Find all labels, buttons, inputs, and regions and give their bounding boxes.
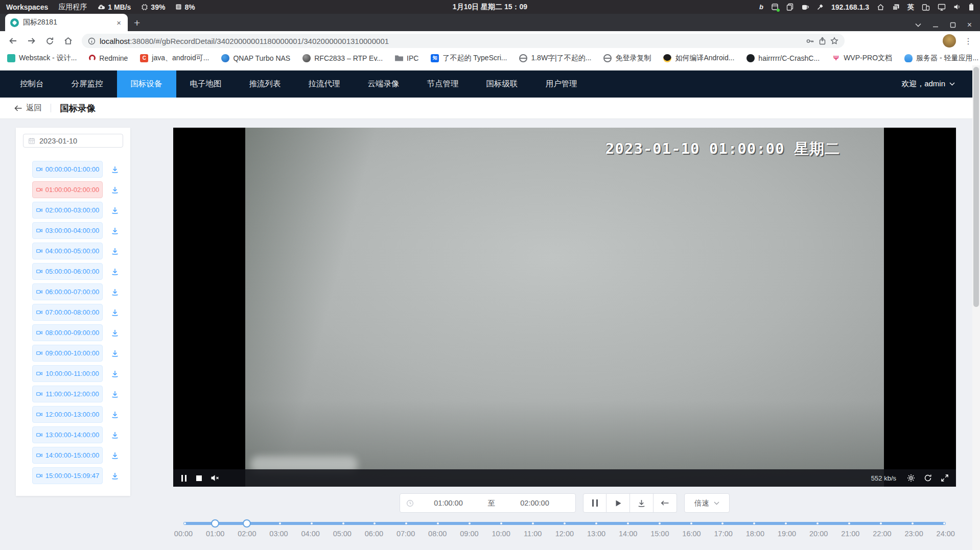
browser-forward-button[interactable] (24, 33, 39, 49)
bookmark-item[interactable]: 免登录复制 (603, 54, 651, 63)
segment-download-button[interactable] (111, 472, 119, 480)
clock[interactable]: 1月10日 星期二 15：09 (453, 3, 527, 12)
segment-download-button[interactable] (111, 370, 119, 378)
window-maximize-button[interactable] (950, 22, 956, 28)
segment-chip[interactable]: 09:00:00-10:00:00 (32, 345, 103, 362)
bookmark-item[interactable]: Ψ WVP-PRO文档 (832, 54, 892, 63)
bookmark-item[interactable]: C java、android可... (140, 54, 209, 63)
segment-chip[interactable]: 04:00:00-05:00:00 (32, 243, 103, 259)
browser-menu-button[interactable]: ⋮ (962, 36, 975, 46)
video-player[interactable]: 2023-01-10 01:00:00 星期二 552 kb/s (173, 128, 956, 487)
player-mute-button[interactable] (211, 474, 220, 482)
scrollbar-thumb[interactable] (973, 67, 979, 307)
nav-tab[interactable]: 用户管理 (532, 70, 591, 98)
site-info-icon[interactable] (88, 37, 96, 45)
bookmark-item[interactable]: 如何编译Android... (663, 54, 734, 63)
bookmark-item[interactable]: RFC2833 – RTP Ev... (302, 54, 383, 62)
address-bar[interactable]: localhost:38080/#/gbRecordDetail/3402000… (82, 34, 845, 48)
segment-download-button[interactable] (111, 431, 119, 439)
phone-link-tray-icon[interactable] (922, 4, 930, 11)
page-scrollbar[interactable] (972, 65, 980, 550)
windows-tray-icon[interactable] (892, 4, 900, 11)
bookmark-item[interactable]: Webstack - 设计... (7, 54, 77, 63)
time-range-input[interactable]: 01:00:00 至 02:00:00 (400, 493, 576, 513)
tab-search-chevron-icon[interactable] (915, 23, 921, 27)
nav-tab[interactable]: 电子地图 (176, 70, 236, 98)
seek-back-button[interactable] (654, 493, 677, 513)
date-picker[interactable]: 2023-01-10 (23, 134, 123, 148)
home-tray-icon[interactable] (877, 4, 884, 11)
timeline-slider[interactable]: 00:0001:0002:0003:0004:0005:0006:0007:00… (173, 522, 956, 538)
nav-tab[interactable]: 节点管理 (413, 70, 473, 98)
playback-speed-button[interactable]: 倍速 (684, 493, 730, 513)
display-tray-icon[interactable] (938, 4, 946, 11)
play-button[interactable] (606, 493, 630, 513)
battery-tray-icon[interactable] (969, 3, 974, 11)
segment-download-button[interactable] (111, 411, 119, 419)
timeline-handle-end[interactable] (243, 519, 251, 528)
tab-close-button[interactable]: × (115, 18, 123, 27)
color-picker-tray-icon[interactable] (816, 4, 824, 11)
segment-chip[interactable]: 00:00:00-01:00:00 (32, 161, 103, 178)
segment-chip[interactable]: 01:00:00-02:00:00 (32, 181, 103, 198)
applications-button[interactable]: 应用程序 (58, 3, 87, 12)
bookmark-item[interactable]: QNAP Turbo NAS (221, 54, 290, 62)
segment-download-button[interactable] (111, 390, 119, 398)
timeline-track[interactable] (183, 522, 946, 525)
segment-chip[interactable]: 13:00:00-14:00:00 (32, 426, 103, 443)
window-minimize-button[interactable] (932, 22, 939, 28)
segment-download-button[interactable] (111, 308, 119, 317)
extension-icon[interactable] (867, 36, 877, 46)
segment-chip[interactable]: 07:00:00-08:00:00 (32, 304, 103, 321)
password-key-icon[interactable] (806, 37, 814, 45)
browser-home-button[interactable] (60, 33, 76, 49)
segment-download-button[interactable] (111, 349, 119, 357)
bookmark-item[interactable]: hairrrrr/C-CrashC... (746, 54, 820, 62)
bing-tray-icon[interactable]: b (759, 3, 763, 11)
segment-chip[interactable]: 03:00:00-04:00:00 (32, 222, 103, 239)
segment-chip[interactable]: 15:00:00-15:09:47 (32, 467, 103, 484)
network-indicator[interactable]: 1 MB/s (97, 3, 131, 11)
download-button[interactable] (630, 493, 654, 513)
extension-icon[interactable] (924, 36, 935, 46)
bookmark-item[interactable]: 1.8W字|了不起的... (519, 54, 591, 63)
player-pause-button[interactable] (180, 475, 188, 482)
share-icon[interactable] (819, 37, 826, 45)
segment-chip[interactable]: 06:00:00-07:00:00 (32, 283, 103, 300)
segment-download-button[interactable] (111, 288, 119, 296)
player-fullscreen-button[interactable] (941, 474, 949, 482)
segment-download-button[interactable] (111, 206, 119, 214)
nav-tab[interactable]: 控制台 (6, 70, 58, 98)
back-button[interactable]: 返回 (14, 103, 42, 113)
extension-icon[interactable]: JS (853, 36, 863, 46)
segment-chip[interactable]: 14:00:00-15:00:00 (32, 447, 103, 464)
segment-download-button[interactable] (111, 329, 119, 337)
nav-tab[interactable]: 国标设备 (117, 70, 176, 98)
ip-address[interactable]: 192.168.1.3 (831, 3, 869, 11)
nav-tab[interactable]: 国标级联 (473, 70, 532, 98)
workspaces-button[interactable]: Workspaces (6, 3, 48, 11)
nav-tab[interactable]: 云端录像 (354, 70, 413, 98)
extension-icon[interactable] (881, 36, 892, 46)
volume-tray-icon[interactable] (953, 4, 961, 10)
segment-chip[interactable]: 08:00:00-09:00:00 (32, 324, 103, 341)
player-refresh-button[interactable] (924, 474, 932, 482)
user-menu[interactable]: 欢迎，admin (901, 70, 972, 98)
bookmark-star-icon[interactable] (830, 37, 838, 45)
player-settings-button[interactable] (907, 474, 915, 482)
cpu-indicator[interactable]: 39% (141, 3, 165, 11)
new-tab-button[interactable]: + (134, 17, 140, 29)
segment-download-button[interactable] (111, 165, 119, 174)
timeline-handle-start[interactable] (211, 519, 219, 528)
segment-chip[interactable]: 02:00:00-03:00:00 (32, 202, 103, 219)
segment-download-button[interactable] (111, 451, 119, 460)
browser-reload-button[interactable] (42, 33, 57, 49)
clipboard-tray-icon[interactable] (786, 3, 794, 11)
bookmark-item[interactable]: Redmine (89, 54, 128, 62)
segment-chip[interactable]: 05:00:00-06:00:00 (32, 263, 103, 280)
browser-back-button[interactable] (5, 33, 20, 49)
extension-icon[interactable] (896, 36, 906, 46)
nav-tab[interactable]: 分屏监控 (58, 70, 117, 98)
segment-download-button[interactable] (111, 186, 119, 194)
player-stop-button[interactable] (196, 475, 202, 481)
